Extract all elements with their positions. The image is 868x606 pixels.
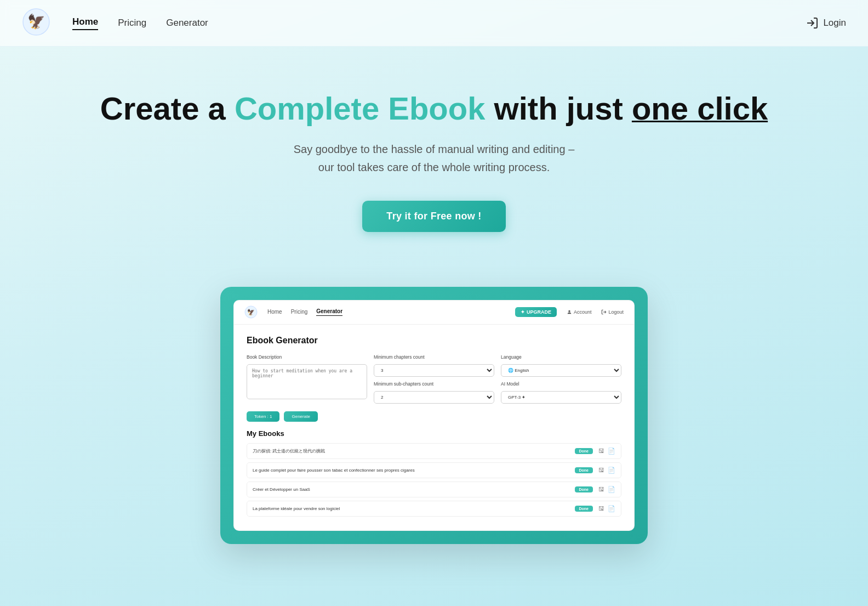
language-col: Language 🌐 English AI Model GPT-3 ✦ bbox=[501, 354, 621, 404]
ebook-row: La plateforme idéale pour vendre son log… bbox=[247, 501, 621, 517]
mini-nav-pricing[interactable]: Pricing bbox=[291, 309, 308, 315]
sub-chapters-select[interactable]: 2 bbox=[374, 391, 494, 404]
doc-icon[interactable]: 📄 bbox=[608, 486, 615, 493]
ebook-status-badge: Done bbox=[575, 486, 593, 492]
ebook-list: 刀の探偵: 武士道の伝統と現代の挑戦 Done 🖫 📄 Le guide com… bbox=[247, 443, 621, 517]
action-buttons-row: Token : 1 Generate bbox=[247, 411, 621, 422]
doc-icon[interactable]: 📄 bbox=[608, 505, 615, 512]
save-icon[interactable]: 🖫 bbox=[598, 448, 604, 455]
svg-text:🦅: 🦅 bbox=[27, 13, 45, 30]
cta-button[interactable]: Try it for Free now ! bbox=[362, 201, 505, 232]
ebook-title: 刀の探偵: 武士道の伝統と現代の挑戦 bbox=[253, 448, 575, 454]
login-icon bbox=[806, 16, 819, 30]
nav-pricing[interactable]: Pricing bbox=[118, 18, 146, 29]
save-icon[interactable]: 🖫 bbox=[598, 467, 604, 474]
mini-upgrade-button[interactable]: ✦ UPGRADE bbox=[515, 307, 557, 317]
ai-model-label: AI Model bbox=[501, 381, 621, 387]
ebook-actions[interactable]: 🖫 📄 bbox=[598, 505, 615, 512]
mini-logo-icon: 🦅 bbox=[244, 305, 258, 319]
login-label: Login bbox=[823, 18, 846, 29]
screenshot-frame: 🦅 Home Pricing Generator ✦ UPGRADE Accou… bbox=[220, 287, 648, 544]
save-icon[interactable]: 🖫 bbox=[598, 505, 604, 512]
account-icon bbox=[567, 309, 572, 315]
nav-links: Home Pricing Generator bbox=[72, 16, 806, 30]
mini-nav-generator[interactable]: Generator bbox=[316, 308, 342, 316]
logo[interactable]: 🦅 bbox=[22, 8, 72, 38]
sub-chapters-label: Minimum sub-chapters count bbox=[374, 381, 494, 387]
generator-title: Ebook Generator bbox=[247, 336, 621, 346]
ebook-status-badge: Done bbox=[575, 506, 593, 512]
ebook-title: La plateforme idéale pour vendre son log… bbox=[253, 506, 575, 511]
ebook-actions[interactable]: 🖫 📄 bbox=[598, 467, 615, 474]
description-textarea[interactable] bbox=[247, 364, 367, 399]
ebook-status-badge: Done bbox=[575, 467, 593, 473]
chapters-col: Minimum chapters count 3 Minimum sub-cha… bbox=[374, 354, 494, 404]
svg-point-5 bbox=[568, 310, 570, 312]
nav-generator[interactable]: Generator bbox=[166, 18, 208, 29]
mini-nav-home[interactable]: Home bbox=[267, 309, 282, 315]
ebook-title: Créer et Développer un SaaS bbox=[253, 487, 575, 492]
ebook-title: Le guide complet pour faire pousser son … bbox=[253, 468, 575, 473]
ebooks-title: My Ebooks bbox=[247, 429, 621, 438]
hero-title: Create a Complete Ebook with just one cl… bbox=[22, 90, 846, 127]
doc-icon[interactable]: 📄 bbox=[608, 467, 615, 474]
ai-model-select[interactable]: GPT-3 ✦ bbox=[501, 391, 621, 404]
mini-logout-link[interactable]: Logout bbox=[601, 309, 624, 315]
generator-form: Book Description Minimum chapters count … bbox=[247, 354, 621, 404]
ebook-actions[interactable]: 🖫 📄 bbox=[598, 486, 615, 493]
language-label: Language bbox=[501, 354, 621, 360]
screenshot-inner: 🦅 Home Pricing Generator ✦ UPGRADE Accou… bbox=[233, 300, 635, 531]
screenshot-container: 🦅 Home Pricing Generator ✦ UPGRADE Accou… bbox=[0, 287, 868, 544]
token-button[interactable]: Token : 1 bbox=[247, 411, 279, 422]
language-select[interactable]: 🌐 English bbox=[501, 364, 621, 377]
svg-text:🦅: 🦅 bbox=[247, 308, 255, 316]
save-icon[interactable]: 🖫 bbox=[598, 486, 604, 493]
mini-nav-links: Home Pricing Generator bbox=[267, 308, 505, 316]
ebook-row: 刀の探偵: 武士道の伝統と現代の挑戦 Done 🖫 📄 bbox=[247, 443, 621, 459]
mini-content: Ebook Generator Book Description Minimum… bbox=[233, 325, 635, 531]
generate-button[interactable]: Generate bbox=[284, 411, 317, 422]
chapters-label: Minimum chapters count bbox=[374, 354, 494, 360]
ebook-status-badge: Done bbox=[575, 448, 593, 454]
ebook-row: Le guide complet pour faire pousser son … bbox=[247, 462, 621, 478]
doc-icon[interactable]: 📄 bbox=[608, 448, 615, 455]
login-button[interactable]: Login bbox=[806, 16, 846, 30]
chapters-select[interactable]: 3 bbox=[374, 364, 494, 377]
logout-icon bbox=[601, 309, 607, 315]
hero-section: Create a Complete Ebook with just one cl… bbox=[0, 47, 868, 254]
description-col: Book Description bbox=[247, 354, 367, 404]
ebook-actions[interactable]: 🖫 📄 bbox=[598, 448, 615, 455]
mini-navbar: 🦅 Home Pricing Generator ✦ UPGRADE Accou… bbox=[233, 300, 635, 325]
ebook-row: Créer et Développer un SaaS Done 🖫 📄 bbox=[247, 482, 621, 497]
description-label: Book Description bbox=[247, 354, 367, 360]
navbar: 🦅 Home Pricing Generator Login bbox=[0, 0, 868, 47]
nav-home[interactable]: Home bbox=[72, 16, 98, 30]
hero-subtitle: Say goodbye to the hassle of manual writ… bbox=[22, 140, 846, 177]
mini-account-link[interactable]: Account bbox=[567, 309, 592, 315]
